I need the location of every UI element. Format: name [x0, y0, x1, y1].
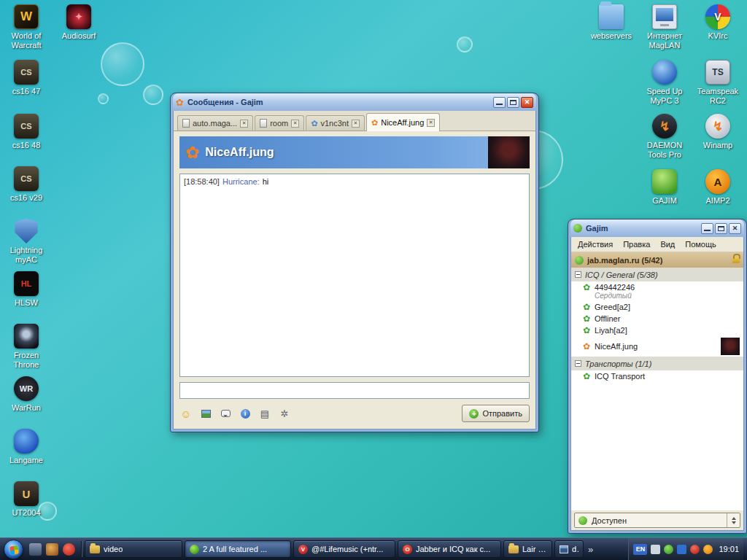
chat-message-area[interactable]: [18:58:40]Hurricane:hi — [179, 174, 530, 377]
audiosurf-icon: ✦ — [66, 4, 91, 29]
desktop-icon-warrun[interactable]: WR WarRun — [3, 376, 50, 413]
quicklaunch-icon[interactable] — [29, 543, 42, 556]
desktop-icon-hlsw[interactable]: HL HLSW — [3, 271, 50, 308]
desktop-icon-frozen-throne[interactable]: Frozen Throne — [3, 324, 50, 369]
language-indicator[interactable]: EN — [633, 544, 647, 555]
menu-edit[interactable]: Правка — [619, 238, 654, 250]
history-icon[interactable]: ▤ — [258, 407, 271, 420]
message-input[interactable] — [179, 382, 530, 399]
desktop-icon-winamp[interactable]: ↯ Winamp — [694, 114, 741, 150]
muc-tab-icon — [182, 119, 190, 128]
contact-row-greed[interactable]: Greed[a2] — [571, 301, 743, 313]
contact-name: 449442246 — [595, 283, 635, 292]
combo-arrows-icon[interactable] — [727, 513, 736, 527]
tray-icon[interactable] — [651, 545, 660, 554]
task-jabber-icq[interactable]: Jabber и ICQ как с... — [398, 540, 501, 558]
collapse-icon[interactable] — [575, 271, 581, 278]
desktop-icon-label: Teamspeak RC2 — [694, 87, 741, 105]
task-label: 2 A full featured ... — [203, 545, 267, 553]
desktop-icon-daemon-tools[interactable]: ↯ DAEMON Tools Pro — [641, 114, 688, 159]
conversation-icon[interactable] — [219, 407, 232, 420]
desktop-icon-ut2004[interactable]: U UT2004 — [3, 481, 50, 518]
contact-flower-icon — [185, 144, 199, 161]
desktop-icon-label: cs16 48 — [3, 141, 50, 150]
group-icq-general[interactable]: ICQ / General (5/38) — [571, 268, 743, 281]
desktop-icon-gajim[interactable]: GAJIM — [641, 169, 688, 206]
tray-icon[interactable] — [664, 545, 673, 554]
desktop-icon-world-of-warcraft[interactable]: W World of Warcraft — [3, 4, 50, 50]
tab-close-icon[interactable] — [240, 120, 248, 128]
chat-tabbar: auto.maga... room v1nc3nt NiceAff.jung — [174, 111, 535, 131]
desktop-icon-cs16-48[interactable]: CS cs16 48 — [3, 114, 50, 150]
account-row[interactable]: jab.maglan.ru (5/42) — [571, 252, 743, 268]
tab-room[interactable]: room — [255, 115, 304, 131]
contact-row-offliner[interactable]: Offliner — [571, 313, 743, 324]
chat-titlebar[interactable]: Сообщения - Gajim — [173, 93, 536, 111]
group-label: Транспорты (1/1) — [585, 359, 651, 368]
windows-flag-icon — [9, 545, 18, 554]
maximize-button[interactable] — [507, 97, 519, 108]
actions-icon[interactable]: ✲ — [278, 407, 291, 420]
tab-close-icon[interactable] — [291, 120, 299, 128]
roster-window: Gajim Действия Правка Вид Помощь jab.mag… — [568, 219, 747, 534]
desktop-icon-aimp2[interactable]: A AIMP2 — [694, 169, 741, 206]
quicklaunch-icon[interactable] — [46, 543, 58, 556]
task-dm[interactable]: dm — [554, 540, 584, 558]
minimize-button[interactable] — [701, 223, 713, 234]
desktop-icon-label: UT2004 — [3, 508, 50, 518]
desktop-icon-langame[interactable]: Langame — [3, 429, 50, 465]
browser-icon — [403, 545, 412, 554]
tab-close-icon[interactable] — [427, 119, 435, 127]
maximize-button[interactable] — [715, 223, 727, 234]
desktop-icon-kvirc[interactable]: V KVIrc — [694, 4, 741, 41]
taskbar-overflow-chevron[interactable]: » — [586, 544, 595, 555]
counter-strike-icon: CS — [14, 114, 39, 139]
emoticon-icon[interactable]: ☺ — [179, 407, 193, 420]
desktop-icon-lightning-myac[interactable]: Lightning myAC — [3, 219, 50, 264]
desktop-icon-audiosurf[interactable]: ✦ Audiosurf — [55, 4, 102, 41]
contact-row-niceaff-jung[interactable]: NiceAff.jung — [571, 336, 743, 357]
tab-close-icon[interactable] — [352, 120, 360, 128]
start-button[interactable] — [4, 540, 23, 559]
close-button[interactable] — [521, 97, 533, 108]
task-lifemusic[interactable]: @#Lifemusic (+ntr... — [293, 540, 395, 558]
contact-row-liyah[interactable]: Liyah[a2] — [571, 324, 743, 336]
tray-icon[interactable] — [677, 545, 686, 554]
task-lair-g[interactable]: Lair (G:) — [503, 540, 552, 558]
tray-icon[interactable] — [690, 545, 700, 554]
message-nick: Hurricane: — [222, 177, 260, 186]
quicklaunch-icon[interactable] — [63, 543, 75, 556]
transport-row-icq[interactable]: ICQ Transport — [571, 370, 743, 382]
status-selector[interactable]: Доступен — [574, 513, 740, 528]
task-video[interactable]: video — [85, 540, 182, 558]
hlsw-icon: HL — [14, 271, 39, 296]
group-transports[interactable]: Транспорты (1/1) — [571, 357, 743, 370]
desktop-icon-speed-up-mypc[interactable]: Speed Up MyPC 3 — [641, 60, 688, 105]
tab-auto-maga[interactable]: auto.maga... — [177, 115, 253, 131]
message-timestamp: [18:58:40] — [184, 177, 220, 186]
desktop-icon-internet-maglan[interactable]: Интернет MagLAN — [641, 4, 688, 50]
menu-actions[interactable]: Действия — [573, 238, 617, 250]
desktop-icon-webservers[interactable]: webservers — [588, 4, 635, 41]
close-button[interactable] — [729, 223, 741, 234]
desktop-icon-cs16-v29[interactable]: CS cs16 v29 — [3, 166, 50, 203]
task-full-featured[interactable]: 2 A full featured ... — [185, 540, 291, 558]
desktop-icon-teamspeak[interactable]: TS Teamspeak RC2 — [694, 60, 741, 105]
desktop-icon-cs16-47[interactable]: CS cs16 47 — [3, 60, 50, 96]
minimize-button[interactable] — [493, 97, 506, 108]
tab-niceaff-jung[interactable]: NiceAff.jung — [366, 113, 440, 131]
send-button[interactable]: Отправить — [462, 405, 530, 422]
chat-window-title: Сообщения - Gajim — [187, 98, 489, 106]
chat-banner: NiceAff.jung — [179, 136, 530, 168]
roster-titlebar[interactable]: Gajim — [570, 219, 744, 237]
collapse-icon[interactable] — [575, 360, 581, 367]
contact-row-449442246[interactable]: 449442246 Сердитый — [571, 281, 743, 301]
menu-help[interactable]: Помощь — [681, 238, 721, 250]
send-file-icon[interactable] — [199, 407, 212, 420]
info-icon[interactable]: i — [239, 407, 252, 420]
menu-view[interactable]: Вид — [656, 238, 679, 250]
tab-v1nc3nt[interactable]: v1nc3nt — [306, 115, 365, 131]
transport-status-icon — [583, 372, 590, 381]
chat-message: [18:58:40]Hurricane:hi — [184, 177, 525, 186]
tray-icon[interactable] — [703, 545, 713, 554]
